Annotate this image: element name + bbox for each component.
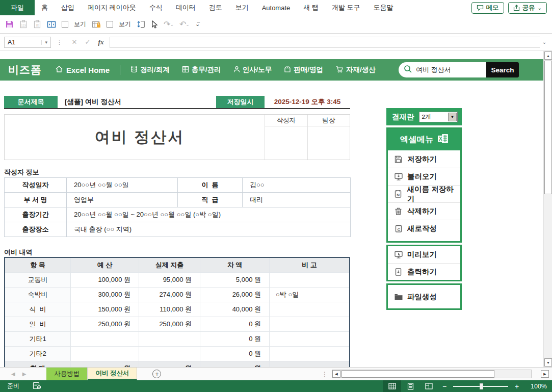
cell-spent[interactable] [139,332,200,346]
tab-page-layout[interactable]: 페이지 레이아웃 [81,0,143,15]
accessibility-checker-icon[interactable] [33,382,41,391]
cell-item[interactable]: 일 비 [5,317,70,331]
formula-input[interactable] [110,37,540,48]
menu-item-delete[interactable]: 삭제하기 [388,202,460,220]
tab-view[interactable]: 보기 [229,0,255,15]
nav-production[interactable]: 자재/생산 [335,65,376,74]
excel-home-link[interactable]: Excel Home [55,65,110,74]
cell-spent[interactable]: 95,000 원 [139,273,200,287]
menu-item-create-file[interactable]: 파일생성 [388,285,460,308]
horizontal-scroll-thumb[interactable] [341,370,494,378]
sheet-tab-expense-report[interactable]: 여비 정산서 [88,368,137,380]
select-cursor-icon[interactable] [151,20,158,29]
tab-scrollbar-splitter[interactable]: ⋮ [322,371,328,378]
cell-note[interactable] [269,347,349,361]
zoom-in-button[interactable]: + [510,382,523,390]
share-button[interactable]: 공유 ⌄ [508,2,547,14]
paste-formula-icon[interactable]: fx [33,20,41,29]
info-value[interactable]: 20○○년 ○○월 ○○일 [67,178,178,193]
vertical-scrollbar[interactable]: ▲ ▼ [543,51,552,367]
cell-spent[interactable]: 110,000 원 [139,302,200,317]
menu-item-save[interactable]: 저장하기 [388,150,460,168]
cancel-entry-icon[interactable]: ✕ [68,38,81,46]
info-value[interactable]: 20○○년 ○○월 ○○일 ~ 20○○년 ○○월 ○○일 (○박 ○일) [67,207,351,222]
menu-item-print[interactable]: 출력하기 [388,263,460,280]
chevron-down-icon[interactable]: ⌄ [538,5,542,11]
scroll-up-icon[interactable]: ▲ [544,51,552,60]
cell-note[interactable] [269,302,349,317]
cell-budget[interactable] [70,347,139,361]
scroll-down-icon[interactable]: ▼ [544,358,552,367]
nav-accounting[interactable]: 경리/회계 [130,65,170,74]
horizontal-scrollbar[interactable]: ◀ [332,370,532,378]
cell-note[interactable]: ○박 ○일 [269,288,349,302]
insert-function-icon[interactable]: fx [94,38,108,46]
add-sheet-button[interactable]: + [152,368,161,380]
protect-sheet-icon[interactable] [92,20,101,29]
cell-spent[interactable] [139,347,200,361]
cell-item[interactable]: 교통비 [5,273,70,287]
zoom-out-button[interactable]: − [438,382,451,390]
search-button[interactable]: Search [486,62,519,77]
view-checkbox-2[interactable] [107,21,113,28]
menu-item-save-as[interactable]: N 새이름 저장하기 [388,185,460,202]
scroll-right-icon[interactable]: ▶ [541,370,549,378]
tab-developer[interactable]: 개발 도구 [325,0,367,15]
name-box[interactable]: A1 ▾ [4,37,51,48]
cell-budget[interactable]: 100,000 원 [70,273,139,287]
cell-diff[interactable]: 0 원 [200,332,269,346]
undo-icon[interactable]: ↶⌄ [179,19,190,29]
menu-item-load[interactable]: 불러오기 [388,168,460,185]
tab-review[interactable]: 검토 [202,0,229,15]
cell-note[interactable] [269,273,349,287]
formula-bar-splitter[interactable]: ⋮ [51,38,68,46]
cell-budget[interactable] [70,332,139,346]
cell-note[interactable] [269,317,349,331]
tab-automate[interactable]: Automate [255,0,297,15]
cell-item[interactable]: 식 비 [5,302,70,317]
sign-cell-team-lead[interactable] [308,126,350,160]
nav-hr[interactable]: 인사/노무 [233,65,272,74]
nav-sales[interactable]: 판매/영업 [284,65,323,74]
info-value[interactable]: 대리 [243,193,351,207]
zoom-slider-thumb[interactable] [480,383,483,389]
menu-item-new[interactable]: C 새로작성 [388,220,460,237]
cell-spent[interactable]: 274,000 원 [139,288,200,302]
nav-general-affairs[interactable]: 총무/관리 [182,65,221,74]
tab-formulas[interactable]: 수식 [143,0,169,15]
info-value[interactable]: 국내 출장 (○○ 지역) [67,222,351,237]
cell-diff[interactable]: 0 원 [200,347,269,361]
save-icon[interactable] [5,20,14,29]
qat-overflow-icon[interactable]: ⌄̅ [195,21,199,28]
tab-file[interactable]: 파일 [0,0,35,15]
tab-home[interactable]: 홈 [35,0,55,15]
column-width-icon[interactable] [47,20,56,29]
cell-item[interactable]: 기타1 [5,332,70,346]
normal-view-button[interactable] [383,380,401,392]
cell-note[interactable] [269,332,349,346]
sheet-prev-icon[interactable]: ◀ [11,371,15,377]
cell-budget[interactable]: 300,000 원 [70,288,139,302]
tab-insert[interactable]: 삽입 [55,0,81,15]
approval-count-select[interactable]: 2개 ▼ [419,112,458,122]
cell-diff[interactable]: 5,000 원 [200,273,269,287]
menu-item-preview[interactable]: 미리보기 [388,246,460,263]
scroll-left-icon[interactable]: ◀ [332,370,340,378]
cell-diff[interactable]: 40,000 원 [200,302,269,317]
tab-help[interactable]: 도움말 [367,0,400,15]
cell-item[interactable]: 숙박비 [5,288,70,302]
name-box-dropdown-icon[interactable]: ▾ [41,40,47,45]
info-value[interactable]: 영업부 [67,193,178,207]
zoom-slider[interactable] [453,386,508,387]
cell-diff[interactable]: 26,000 원 [200,288,269,302]
sign-cell-author[interactable] [265,126,308,160]
bizforms-logo[interactable]: 비즈폼 [8,63,42,77]
sheet-tab-guide[interactable]: 사용방법 [46,368,88,380]
tab-new-tab[interactable]: 새 탭 [297,0,325,15]
vertical-scroll-thumb[interactable] [544,61,552,194]
search-input[interactable] [416,66,476,74]
page-break-view-button[interactable] [419,380,438,392]
search-box[interactable] [399,62,486,77]
dropdown-arrow-icon[interactable]: ▼ [448,113,457,121]
cell-budget[interactable]: 150,000 원 [70,302,139,317]
